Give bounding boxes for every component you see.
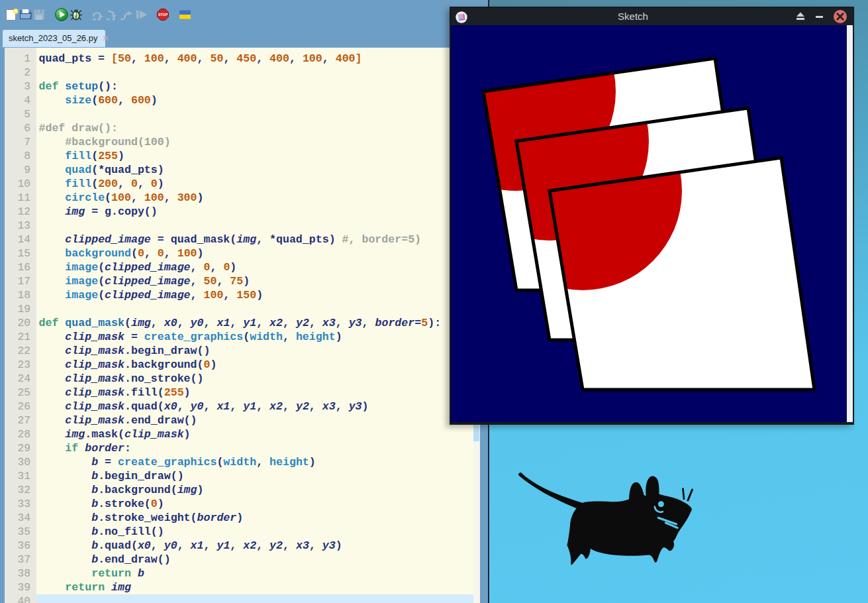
svg-text:STOP: STOP: [158, 13, 168, 17]
